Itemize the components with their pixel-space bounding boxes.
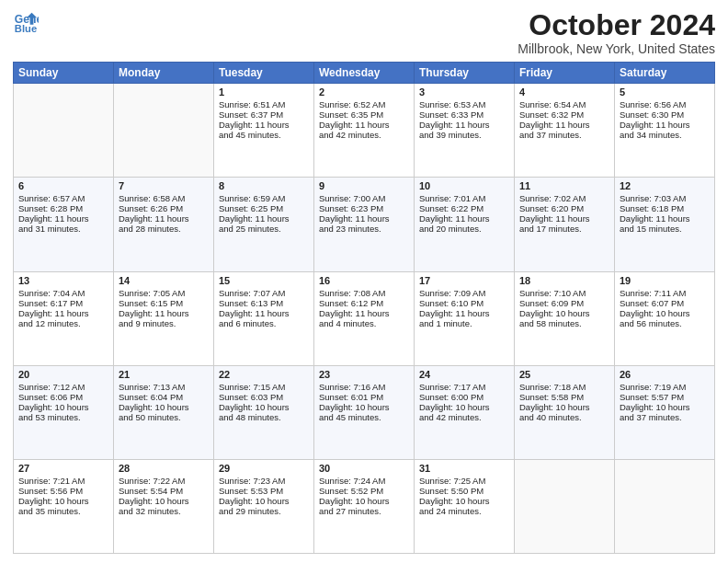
day-info-line: Sunset: 6:15 PM [119, 298, 209, 308]
day-info-line: Daylight: 10 hours [419, 496, 509, 506]
calendar-day-header: Tuesday [214, 63, 314, 84]
day-number: 20 [18, 369, 108, 380]
day-info-line: Sunrise: 7:23 AM [219, 476, 309, 486]
calendar-cell: 13Sunrise: 7:04 AMSunset: 6:17 PMDayligh… [14, 271, 114, 365]
day-info-line: and 28 minutes. [119, 224, 209, 234]
calendar-cell: 2Sunrise: 6:52 AMSunset: 6:35 PMDaylight… [314, 84, 415, 178]
day-number: 31 [419, 463, 509, 474]
calendar-week-row: 6Sunrise: 6:57 AMSunset: 6:28 PMDaylight… [14, 178, 715, 271]
day-info-line: Daylight: 11 hours [519, 213, 609, 224]
day-info-line: and 6 minutes. [219, 318, 309, 328]
day-info-line: Daylight: 11 hours [319, 120, 409, 130]
calendar-cell: 20Sunrise: 7:12 AMSunset: 6:06 PMDayligh… [14, 365, 114, 459]
day-info-line: Sunrise: 7:16 AM [319, 382, 409, 392]
day-info-line: Daylight: 10 hours [620, 308, 710, 318]
calendar-cell: 12Sunrise: 7:03 AMSunset: 6:18 PMDayligh… [615, 178, 715, 271]
calendar-cell: 25Sunrise: 7:18 AMSunset: 5:58 PMDayligh… [515, 365, 615, 459]
day-info-line: and 37 minutes. [620, 412, 710, 422]
day-info-line: Sunrise: 7:12 AM [18, 382, 108, 392]
day-info-line: Sunrise: 7:21 AM [18, 476, 108, 486]
day-info-line: Sunset: 6:20 PM [519, 203, 609, 213]
day-info-line: and 50 minutes. [119, 412, 209, 422]
day-number: 28 [119, 463, 209, 474]
day-info-line: Sunrise: 7:15 AM [219, 382, 309, 392]
day-info-line: and 17 minutes. [519, 224, 609, 234]
day-number: 17 [419, 275, 509, 286]
day-info-line: Sunrise: 6:54 AM [519, 99, 609, 109]
calendar-cell: 7Sunrise: 6:58 AMSunset: 6:26 PMDaylight… [114, 178, 214, 271]
day-number: 24 [419, 369, 509, 380]
calendar-day-header: Sunday [14, 63, 114, 84]
day-info-line: Sunrise: 7:11 AM [620, 288, 710, 298]
day-number: 9 [319, 180, 409, 191]
day-info-line: Daylight: 11 hours [319, 213, 409, 224]
day-info-line: Sunrise: 7:13 AM [119, 382, 209, 392]
day-info-line: Sunrise: 7:17 AM [419, 382, 509, 392]
day-info-line: Sunset: 6:01 PM [319, 392, 409, 402]
day-info-line: and 42 minutes. [419, 412, 509, 422]
day-number: 23 [319, 369, 409, 380]
day-info-line: and 34 minutes. [620, 130, 710, 140]
day-info-line: Daylight: 10 hours [219, 402, 309, 412]
day-info-line: Sunset: 5:56 PM [18, 486, 108, 496]
day-info-line: and 1 minute. [419, 318, 509, 328]
calendar-week-row: 13Sunrise: 7:04 AMSunset: 6:17 PMDayligh… [14, 271, 715, 365]
day-info-line: Sunset: 6:30 PM [620, 109, 710, 120]
calendar-cell [114, 84, 214, 178]
day-info-line: Sunrise: 6:51 AM [219, 99, 309, 109]
calendar-cell: 24Sunrise: 7:17 AMSunset: 6:00 PMDayligh… [415, 365, 515, 459]
day-info-line: and 58 minutes. [519, 318, 609, 328]
day-info-line: Sunset: 6:13 PM [219, 298, 309, 308]
day-info-line: Daylight: 11 hours [419, 120, 509, 130]
calendar-week-row: 20Sunrise: 7:12 AMSunset: 6:06 PMDayligh… [14, 365, 715, 459]
day-info-line: Sunset: 5:54 PM [119, 486, 209, 496]
calendar-day-header: Saturday [615, 63, 715, 84]
calendar-header-row: SundayMondayTuesdayWednesdayThursdayFrid… [14, 63, 715, 84]
day-number: 1 [219, 86, 309, 98]
day-info-line: Sunset: 6:09 PM [519, 298, 609, 308]
day-info-line: and 48 minutes. [219, 412, 309, 422]
day-info-line: Sunset: 6:37 PM [219, 109, 309, 120]
calendar-body: 1Sunrise: 6:51 AMSunset: 6:37 PMDaylight… [14, 84, 715, 554]
day-number: 8 [219, 180, 309, 191]
day-info-line: Sunset: 6:32 PM [519, 109, 609, 120]
day-number: 5 [620, 86, 710, 98]
calendar-cell: 26Sunrise: 7:19 AMSunset: 5:57 PMDayligh… [615, 365, 715, 459]
day-info-line: Daylight: 11 hours [519, 120, 609, 130]
day-info-line: and 53 minutes. [18, 412, 108, 422]
day-number: 7 [119, 180, 209, 191]
day-info-line: Sunset: 5:58 PM [519, 392, 609, 402]
day-info-line: Daylight: 11 hours [219, 308, 309, 318]
day-info-line: Sunset: 6:22 PM [419, 203, 509, 213]
location: Millbrook, New York, United States [518, 41, 715, 56]
day-info-line: Daylight: 10 hours [119, 496, 209, 506]
day-info-line: Sunrise: 7:00 AM [319, 193, 409, 203]
day-info-line: Daylight: 11 hours [18, 308, 108, 318]
day-number: 15 [219, 275, 309, 286]
calendar-cell: 9Sunrise: 7:00 AMSunset: 6:23 PMDaylight… [314, 178, 415, 271]
logo-icon: General Blue [13, 9, 39, 35]
day-info-line: Sunset: 6:35 PM [319, 109, 409, 120]
day-info-line: and 42 minutes. [319, 130, 409, 140]
day-number: 10 [419, 180, 509, 191]
day-info-line: Daylight: 10 hours [219, 496, 309, 506]
day-info-line: Sunrise: 7:08 AM [319, 288, 409, 298]
day-info-line: and 45 minutes. [219, 130, 309, 140]
day-number: 22 [219, 369, 309, 380]
calendar-cell: 5Sunrise: 6:56 AMSunset: 6:30 PMDaylight… [615, 84, 715, 178]
day-info-line: Daylight: 10 hours [319, 402, 409, 412]
header: General Blue October 2024 Millbrook, New… [13, 9, 715, 56]
day-info-line: and 45 minutes. [319, 412, 409, 422]
calendar-day-header: Monday [114, 63, 214, 84]
day-number: 2 [319, 86, 409, 98]
day-info-line: Sunset: 6:28 PM [18, 203, 108, 213]
day-info-line: and 29 minutes. [219, 506, 309, 516]
calendar-week-row: 1Sunrise: 6:51 AMSunset: 6:37 PMDaylight… [14, 84, 715, 178]
day-info-line: Sunset: 6:12 PM [319, 298, 409, 308]
page: General Blue October 2024 Millbrook, New… [0, 0, 728, 563]
day-info-line: Sunset: 6:33 PM [419, 109, 509, 120]
calendar-cell: 22Sunrise: 7:15 AMSunset: 6:03 PMDayligh… [214, 365, 314, 459]
day-info-line: Daylight: 10 hours [18, 402, 108, 412]
day-info-line: and 15 minutes. [620, 224, 710, 234]
calendar-day-header: Friday [515, 63, 615, 84]
